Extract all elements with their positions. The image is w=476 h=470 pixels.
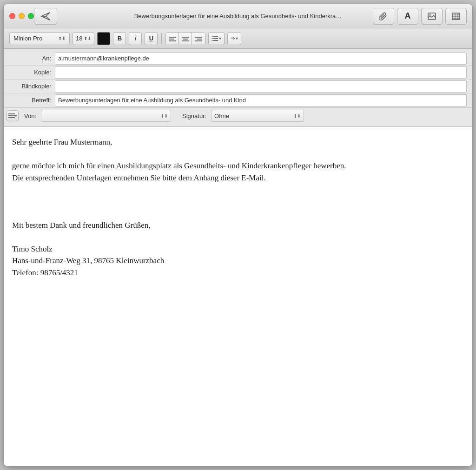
cc-input[interactable] [55, 66, 467, 79]
empty-line-1 [12, 148, 464, 160]
sender-address: Hans-und-Franz-Weg 31, 98765 Kleinwurzba… [12, 255, 464, 267]
titlebar: Bewerbungsunterlagen für eine Ausbildung… [4, 4, 472, 28]
titlebar-actions: A [373, 8, 467, 25]
table-button[interactable] [445, 8, 467, 25]
list-chevron: ▾ [219, 36, 221, 41]
indent-button[interactable]: ⇒ ▾ [227, 32, 241, 45]
svg-point-21 [212, 36, 213, 37]
from-left-group: ▾ Von: ⬆⬇ Signatur: Ohne ⬆⬇ [4, 110, 304, 122]
from-row: ▾ Von: ⬆⬇ Signatur: Ohne ⬆⬇ [4, 107, 472, 124]
font-size-chevron: ⬆⬇ [84, 36, 91, 41]
signature-selector[interactable]: Ohne ⬆⬇ [211, 110, 304, 122]
body-paragraph-2: Die entsprechenden Unterlagen entnehmen … [12, 172, 464, 184]
from-label: Von: [24, 113, 36, 119]
align-right-button[interactable] [192, 33, 205, 45]
alignment-group [165, 32, 205, 45]
to-label: An: [4, 55, 55, 62]
options-chevron: ▾ [15, 113, 17, 118]
send-button[interactable] [34, 8, 57, 25]
font-size-selector[interactable]: 18 ⬆⬇ [73, 32, 94, 45]
minimize-button[interactable] [19, 13, 25, 19]
cc-row: Kopie: [4, 66, 472, 79]
bcc-input[interactable] [55, 80, 467, 93]
close-button[interactable] [9, 13, 15, 19]
bcc-row: Blindkopie: [4, 79, 472, 93]
svg-point-22 [212, 38, 213, 39]
subject-row: Betreff: [4, 93, 472, 107]
signature-chevron: ⬆⬇ [293, 113, 301, 119]
empty-line-4 [12, 207, 464, 219]
subject-label: Betreff: [4, 97, 55, 104]
align-left-button[interactable] [166, 33, 179, 45]
from-selector[interactable]: ⬆⬇ [41, 110, 171, 122]
window-title: Bewerbungsunterlagen für eine Ausbildung… [134, 13, 342, 20]
empty-line-5 [12, 231, 464, 243]
email-header-fields: An: Kopie: Blindkopie: Betreff: [4, 49, 472, 127]
mail-body[interactable]: Sehr geehrte Frau Mustermann, gerne möch… [4, 127, 472, 466]
empty-line-3 [12, 196, 464, 208]
greeting: Sehr geehrte Frau Mustermann, [12, 136, 464, 148]
maximize-button[interactable] [28, 13, 34, 19]
font-name-chevron: ⬆⬇ [58, 36, 66, 41]
empty-line-2 [12, 184, 464, 196]
to-row: An: [4, 52, 472, 66]
compose-options-button[interactable]: ▾ [7, 110, 19, 121]
traffic-lights [9, 13, 34, 19]
body-paragraph-1: gerne möchte ich mich für einen Ausbildu… [12, 160, 464, 172]
from-chevron: ⬆⬇ [160, 113, 168, 119]
svg-point-23 [212, 40, 213, 41]
list-button[interactable]: ▾ [208, 32, 225, 45]
font-name-selector[interactable]: Minion Pro ⬆⬇ [9, 32, 70, 45]
bcc-label: Blindkopie: [4, 83, 55, 90]
bold-button[interactable]: B [113, 32, 126, 45]
underline-button[interactable]: U [145, 32, 158, 45]
to-input[interactable] [55, 53, 467, 65]
sender-phone: Telefon: 98765/4321 [12, 267, 464, 279]
image-button[interactable] [421, 8, 443, 25]
closing: Mit bestem Dank und freundlichen Grüßen, [12, 219, 464, 232]
indent-chevron: ▾ [236, 36, 238, 41]
signature-label: Signatur: [182, 113, 206, 119]
italic-button[interactable]: I [129, 32, 142, 45]
sender-name: Timo Scholz [12, 243, 464, 255]
attachment-button[interactable] [373, 8, 394, 25]
cc-label: Kopie: [4, 69, 55, 76]
text-color-swatch[interactable] [97, 32, 110, 45]
toolbar-divider-1 [161, 33, 162, 44]
email-compose-window: Bewerbungsunterlagen für eine Ausbildung… [3, 4, 473, 466]
subject-input[interactable] [55, 94, 467, 106]
svg-point-2 [430, 14, 431, 15]
formatting-toolbar: Minion Pro ⬆⬇ 18 ⬆⬇ B I U [4, 28, 472, 49]
align-center-button[interactable] [179, 33, 192, 45]
font-button[interactable]: A [397, 8, 418, 25]
